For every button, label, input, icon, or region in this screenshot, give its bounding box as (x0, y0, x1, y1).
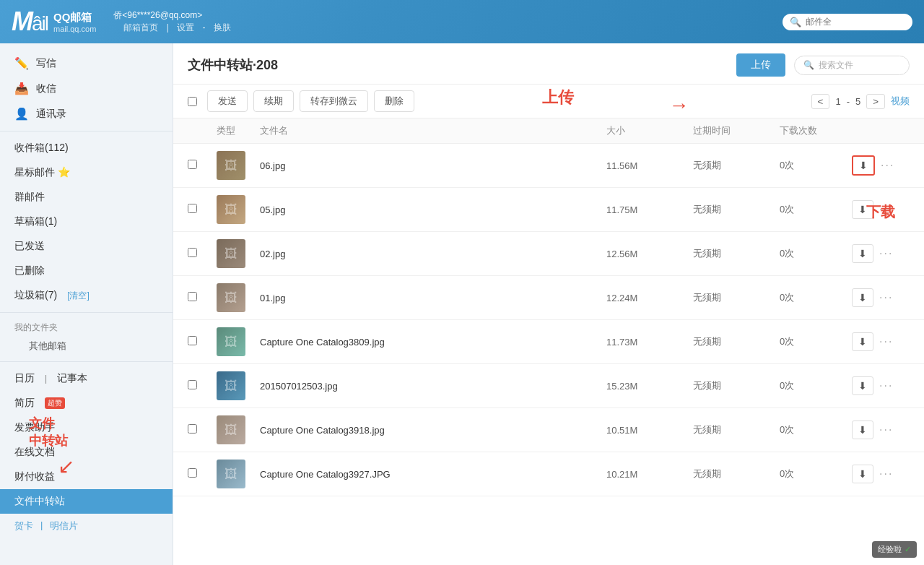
sidebar-item-starred[interactable]: 星标邮件 ⭐ (0, 160, 173, 185)
sidebar-item-online-doc[interactable]: 在线文档 (0, 440, 173, 465)
file-expire-6: 无须期 (693, 423, 780, 436)
sidebar-item-sent[interactable]: 已发送 (0, 234, 173, 259)
select-all-checkbox[interactable] (188, 97, 197, 106)
row-checkbox-6[interactable] (188, 424, 217, 436)
upload-button[interactable]: 上传 (736, 53, 785, 77)
file-checkbox-1[interactable] (188, 204, 197, 213)
file-checkbox-5[interactable] (188, 380, 197, 389)
sidebar-item-file-transfer[interactable]: 文件中转站 (0, 489, 173, 514)
file-expire-5: 无须期 (693, 379, 780, 392)
file-checkbox-3[interactable] (188, 292, 197, 301)
sidebar-groups-label: 群邮件 (14, 191, 45, 204)
main-panel: 上传 → 下载 文件中转站·208 上传 🔍 搜索文件 发送 续期 转存到微云 … (173, 43, 924, 565)
watermark-text: 经验啦 (878, 544, 902, 555)
download-button-4[interactable]: ⬇ (852, 332, 873, 351)
download-button-7[interactable]: ⬇ (852, 465, 873, 483)
logo-area: Mâil QQ邮箱 mail.qq.com 侨<96****26@qq.com>… (12, 7, 234, 37)
delete-button[interactable]: 删除 (374, 90, 414, 112)
file-thumbnail-7: 🖼 (217, 460, 245, 488)
header-username: 侨<96****26@qq.com> (113, 9, 234, 22)
sidebar-item-subfolder[interactable]: 其他邮箱 (0, 335, 173, 357)
save-cloud-button[interactable]: 转存到微云 (300, 90, 368, 112)
file-downloads-3: 0次 (780, 291, 852, 304)
sidebar-trash-empty[interactable]: [清空] (67, 290, 90, 302)
sidebar-inbox-label: 收信 (36, 82, 56, 95)
send-button[interactable]: 发送 (207, 90, 248, 112)
file-name-3: 01.jpg (260, 293, 606, 303)
file-downloads-1: 0次 (780, 203, 852, 216)
sidebar-item-payment[interactable]: 财付收益 (0, 465, 173, 489)
global-search[interactable]: 🔍 (783, 14, 912, 30)
file-checkbox-0[interactable] (188, 160, 197, 169)
sidebar-item-inbox[interactable]: 📥 收信 (0, 76, 173, 101)
file-name-7: Capture One Catalog3927.JPG (260, 469, 606, 480)
next-page-button[interactable]: > (866, 94, 885, 109)
table-row: 🖼 Capture One Catalog3918.jpg 10.51M 无须期… (173, 408, 924, 452)
file-table: 🖼 06.jpg 11.56M 无须期 0次 ⬇ ··· 🖼 05.jpg 11… (173, 144, 924, 565)
download-button-5[interactable]: ⬇ (852, 376, 873, 395)
nav-inbox-link[interactable]: 邮箱首页 (123, 22, 158, 33)
file-checkbox-2[interactable] (188, 248, 197, 257)
table-row: 🖼 05.jpg 11.75M 无须期 0次 ⬇ ··· (173, 188, 924, 232)
sidebar-item-calendar[interactable]: 日历 | 记事本 (0, 366, 173, 391)
row-checkbox-3[interactable] (188, 292, 217, 303)
search-input[interactable] (806, 17, 907, 27)
prev-page-button[interactable]: < (811, 94, 830, 109)
sidebar-item-resume[interactable]: 简历 超赞 (0, 391, 173, 415)
sidebar-item-drafts[interactable]: 草稿箱(1) (0, 210, 173, 234)
sidebar-item-trash[interactable]: 垃圾箱(7) [清空] (0, 283, 173, 308)
more-button-5[interactable]: ··· (879, 379, 893, 392)
file-checkbox-7[interactable] (188, 468, 197, 478)
sidebar-item-groups[interactable]: 群邮件 (0, 185, 173, 210)
sidebar-item-deleted[interactable]: 已删除 (0, 259, 173, 283)
sidebar-notes-label[interactable]: 记事本 (57, 372, 87, 385)
download-button-0[interactable]: ⬇ (852, 155, 875, 176)
col-downloads: 下载次数 (780, 124, 852, 137)
download-button-2[interactable]: ⬇ (852, 244, 873, 263)
table-row: 🖼 Capture One Catalog3809.jpg 11.73M 无须期… (173, 320, 924, 364)
file-actions-5: ⬇ ··· (852, 376, 910, 395)
sidebar-item-travel[interactable]: 发票助手 (0, 415, 173, 440)
download-button-3[interactable]: ⬇ (852, 288, 873, 307)
watermark: 经验啦 ✓ (872, 541, 917, 558)
file-search[interactable]: 🔍 搜索文件 (794, 56, 910, 75)
sidebar-trash-label: 垃圾箱(7) (14, 289, 57, 302)
more-button-3[interactable]: ··· (879, 291, 893, 304)
nav-switch-link[interactable]: 换肤 (214, 22, 231, 33)
file-thumb-5: 🖼 (217, 371, 260, 400)
nav-settings-link[interactable]: 设置 (177, 22, 194, 33)
row-checkbox-4[interactable] (188, 336, 217, 348)
logo-qq-mail: QQ邮箱 (53, 11, 96, 25)
logo-text-group: QQ邮箱 mail.qq.com (53, 11, 96, 33)
more-button-6[interactable]: ··· (879, 423, 893, 436)
sidebar-item-contacts[interactable]: 👤 通讯录 (0, 101, 173, 126)
file-checkbox-4[interactable] (188, 336, 197, 345)
main-header: 文件中转站·208 上传 🔍 搜索文件 (173, 43, 924, 85)
file-name-6: Capture One Catalog3918.jpg (260, 425, 606, 436)
more-button-1[interactable]: ··· (879, 203, 893, 216)
sidebar-item-write[interactable]: ✏️ 写信 (0, 51, 173, 76)
file-actions-1: ⬇ ··· (852, 200, 910, 219)
sidebar-card-link[interactable]: 贺卡 (14, 519, 33, 532)
row-checkbox-7[interactable] (188, 468, 217, 480)
download-button-6[interactable]: ⬇ (852, 420, 873, 439)
file-expire-1: 无须期 (693, 203, 780, 216)
file-checkbox-6[interactable] (188, 424, 197, 434)
row-checkbox-0[interactable] (188, 160, 217, 171)
sidebar-postcard-link[interactable]: 明信片 (50, 519, 78, 532)
download-button-1[interactable]: ⬇ (852, 200, 873, 219)
more-button-4[interactable]: ··· (879, 335, 893, 348)
more-button-2[interactable]: ··· (879, 247, 893, 260)
row-checkbox-1[interactable] (188, 204, 217, 215)
pagination-video-link[interactable]: 视频 (891, 95, 910, 108)
row-checkbox-5[interactable] (188, 380, 217, 392)
row-checkbox-2[interactable] (188, 248, 217, 259)
sidebar-inbox-folder-label: 收件箱(112) (14, 142, 69, 155)
sidebar-item-inbox-folder[interactable]: 收件箱(112) (0, 136, 173, 160)
expire-button[interactable]: 续期 (253, 90, 294, 112)
pagination: < 1 - 5 > 视频 (811, 94, 910, 109)
file-actions-0: ⬇ ··· (852, 155, 910, 176)
more-button-0[interactable]: ··· (881, 159, 894, 172)
file-downloads-0: 0次 (780, 159, 852, 172)
more-button-7[interactable]: ··· (879, 467, 893, 480)
